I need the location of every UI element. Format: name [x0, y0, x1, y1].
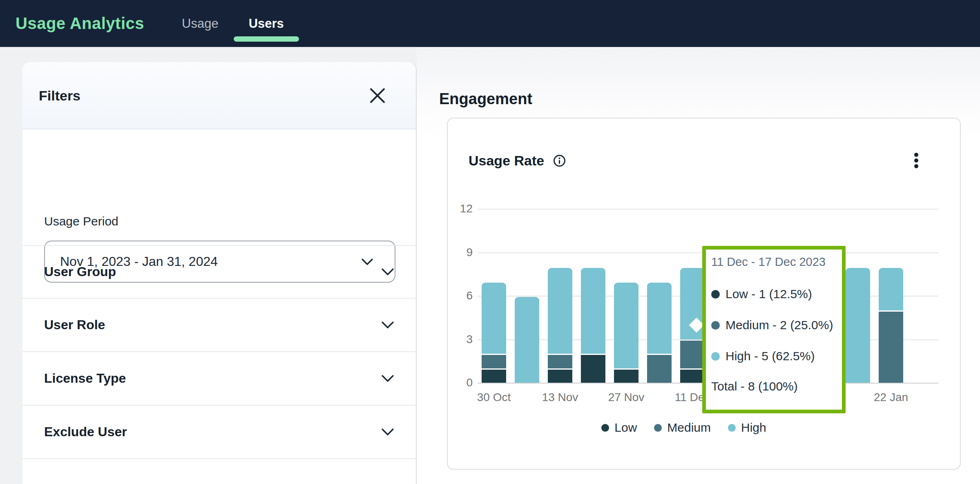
tab-usage-label: Usage: [182, 16, 219, 31]
chevron-down-icon: [381, 428, 395, 436]
filter-section-label: User Group: [44, 264, 116, 279]
legend-dot-high: [728, 424, 736, 432]
legend-item-high[interactable]: High: [728, 421, 766, 435]
filter-section-license-type[interactable]: License Type: [22, 352, 416, 406]
bar-segment-high[interactable]: [614, 283, 638, 368]
tooltip-row-low: Low - 1 (12.5%): [711, 287, 812, 301]
tooltip-dot: [711, 290, 720, 299]
tooltip-dot: [711, 352, 720, 361]
bar-segment-high[interactable]: [647, 283, 672, 354]
legend-label: Low: [614, 421, 637, 435]
bar-segment-medium[interactable]: [879, 312, 903, 383]
tooltip-row-high: High - 5 (62.5%): [711, 349, 815, 363]
filter-section-label: License Type: [44, 371, 126, 386]
legend-dot-low: [601, 424, 609, 432]
legend-dot-medium: [654, 424, 662, 432]
bar-segment-medium[interactable]: [548, 355, 572, 368]
legend-label: Medium: [667, 421, 711, 435]
filter-section-user-role[interactable]: User Role: [22, 299, 416, 352]
bar-segment-low[interactable]: [548, 370, 572, 383]
gridline-y-12: [478, 209, 938, 210]
tab-users-label: Users: [249, 16, 284, 31]
chevron-down-icon: [381, 375, 395, 383]
bar-segment-medium[interactable]: [680, 341, 705, 368]
bar-segment-high[interactable]: [846, 268, 870, 383]
filters-title: Filters: [39, 87, 80, 103]
chart-legend: LowMediumHigh: [453, 421, 914, 435]
bar-segment-low[interactable]: [482, 370, 506, 383]
tab-usage[interactable]: Usage: [182, 0, 219, 47]
x-axis-label-27-nov: 27 Nov: [598, 391, 655, 404]
filter-sections: User GroupUser RoleLicense TypeExclude U…: [22, 245, 416, 459]
tooltip-row-text: Medium - 2 (25.0%): [726, 318, 833, 332]
y-axis-label-0: 0: [448, 376, 473, 389]
bar-segment-low[interactable]: [581, 355, 605, 383]
x-axis-label-22-jan: 22 Jan: [862, 391, 920, 404]
bar-segment-medium[interactable]: [482, 355, 506, 368]
close-icon[interactable]: [368, 86, 387, 105]
engagement-heading: Engagement: [439, 90, 532, 108]
tab-users[interactable]: Users: [249, 0, 284, 47]
app-header: Usage Analytics Usage Users: [0, 0, 980, 47]
x-axis-label-30-oct: 30 Oct: [465, 391, 522, 404]
app-title: Usage Analytics: [16, 14, 144, 33]
main-content: Engagement Usage Rate 03691230 Oct13 Nov…: [417, 47, 980, 484]
filters-panel-header: Filters: [22, 62, 416, 129]
y-axis-label-12: 12: [448, 202, 473, 215]
usage-rate-title: Usage Rate: [469, 153, 544, 169]
legend-item-low[interactable]: Low: [601, 421, 637, 435]
main-tabs: Usage Users: [182, 0, 284, 47]
chart-tooltip: 11 Dec - 17 Dec 2023 Total - 8 (100%) Lo…: [702, 246, 846, 413]
y-axis-label-3: 3: [448, 333, 473, 346]
chevron-down-icon: [381, 321, 395, 329]
active-tab-underline: [234, 36, 299, 42]
bar-segment-high[interactable]: [482, 283, 506, 354]
tooltip-row-text: Low - 1 (12.5%): [726, 287, 812, 301]
usage-period-label: Usage Period: [44, 214, 118, 228]
chevron-down-icon: [381, 268, 395, 276]
filter-section-label: User Role: [44, 317, 105, 332]
card-title-row: Usage Rate: [469, 153, 566, 169]
bar-segment-high[interactable]: [548, 268, 572, 354]
tooltip-row-medium: Medium - 2 (25.0%): [711, 318, 833, 332]
tooltip-row-text: High - 5 (62.5%): [726, 349, 815, 363]
bar-segment-medium[interactable]: [647, 355, 672, 383]
y-axis-label-9: 9: [448, 246, 473, 259]
bar-segment-low[interactable]: [614, 370, 638, 383]
info-icon[interactable]: [553, 154, 566, 167]
tooltip-date-range: 11 Dec - 17 Dec 2023: [711, 255, 826, 269]
legend-item-medium[interactable]: Medium: [654, 421, 711, 435]
bar-segment-low[interactable]: [680, 370, 705, 383]
kebab-menu-icon[interactable]: [912, 150, 921, 171]
y-axis-label-6: 6: [448, 289, 473, 302]
usage-rate-card: Usage Rate 03691230 Oct13 Nov27 Nov11 De…: [447, 118, 961, 470]
filter-section-user-group[interactable]: User Group: [22, 245, 416, 299]
filter-section-exclude-user[interactable]: Exclude User: [22, 406, 416, 459]
usage-analytics-screen: Usage Analytics Usage Users Engagement U…: [0, 0, 980, 484]
legend-label: High: [741, 421, 766, 435]
filters-panel: Filters Usage Period Nov 1, 2023 - Jan 3…: [22, 62, 417, 484]
filter-section-label: Exclude User: [44, 424, 127, 439]
tooltip-dot: [711, 321, 720, 330]
bar-segment-high[interactable]: [879, 268, 903, 310]
bar-segment-high[interactable]: [581, 268, 605, 354]
tooltip-total: Total - 8 (100%): [711, 379, 798, 393]
bar-segment-high[interactable]: [515, 297, 539, 383]
x-axis-label-13-nov: 13 Nov: [531, 391, 589, 404]
